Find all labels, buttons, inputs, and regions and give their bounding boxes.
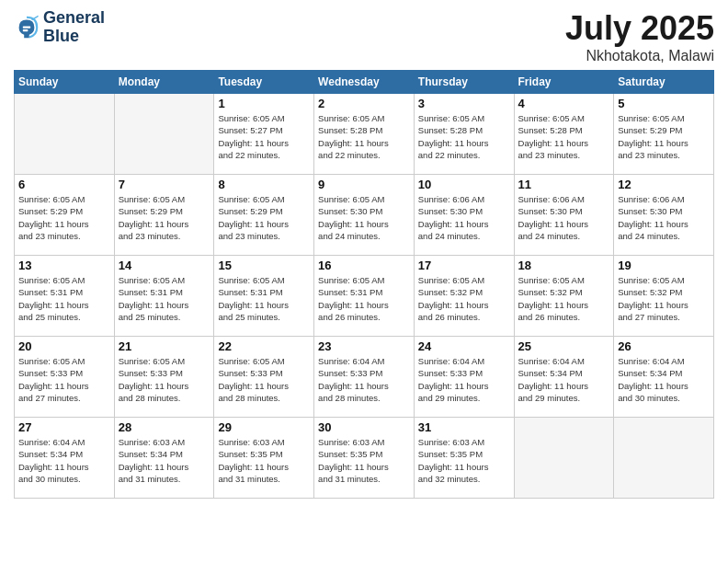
day-number: 12 xyxy=(618,178,710,191)
day-info: Sunrise: 6:05 AM Sunset: 5:31 PM Dayligh… xyxy=(318,274,410,323)
calendar-cell: 20Sunrise: 6:05 AM Sunset: 5:33 PM Dayli… xyxy=(15,337,115,418)
calendar-cell: 3Sunrise: 6:05 AM Sunset: 5:28 PM Daylig… xyxy=(414,94,514,175)
day-info: Sunrise: 6:04 AM Sunset: 5:33 PM Dayligh… xyxy=(318,355,410,404)
day-number: 15 xyxy=(218,259,310,272)
day-info: Sunrise: 6:05 AM Sunset: 5:29 PM Dayligh… xyxy=(218,193,310,242)
calendar-cell: 4Sunrise: 6:05 AM Sunset: 5:28 PM Daylig… xyxy=(514,94,614,175)
calendar-cell xyxy=(15,94,115,175)
calendar-week-2: 13Sunrise: 6:05 AM Sunset: 5:31 PM Dayli… xyxy=(15,256,714,337)
day-number: 21 xyxy=(119,339,210,353)
calendar-week-1: 6Sunrise: 6:05 AM Sunset: 5:29 PM Daylig… xyxy=(15,175,714,256)
day-number: 6 xyxy=(18,178,110,191)
calendar-cell: 29Sunrise: 6:03 AM Sunset: 5:35 PM Dayli… xyxy=(214,418,314,499)
day-number: 19 xyxy=(618,259,710,272)
day-info: Sunrise: 6:05 AM Sunset: 5:29 PM Dayligh… xyxy=(18,193,110,242)
calendar-cell: 26Sunrise: 6:04 AM Sunset: 5:34 PM Dayli… xyxy=(614,337,714,418)
day-info: Sunrise: 6:06 AM Sunset: 5:30 PM Dayligh… xyxy=(618,193,710,242)
day-info: Sunrise: 6:05 AM Sunset: 5:30 PM Dayligh… xyxy=(318,193,410,242)
day-number: 22 xyxy=(218,339,310,353)
calendar-cell: 22Sunrise: 6:05 AM Sunset: 5:33 PM Dayli… xyxy=(214,337,314,418)
day-number: 28 xyxy=(119,420,210,434)
calendar-cell: 10Sunrise: 6:06 AM Sunset: 5:30 PM Dayli… xyxy=(414,175,514,256)
day-info: Sunrise: 6:05 AM Sunset: 5:28 PM Dayligh… xyxy=(318,112,410,161)
col-saturday: Saturday xyxy=(614,71,714,94)
day-number: 26 xyxy=(618,339,710,353)
day-number: 3 xyxy=(418,97,510,110)
day-number: 5 xyxy=(618,97,710,110)
day-info: Sunrise: 6:04 AM Sunset: 5:34 PM Dayligh… xyxy=(18,436,110,485)
calendar-cell: 13Sunrise: 6:05 AM Sunset: 5:31 PM Dayli… xyxy=(15,256,115,337)
day-info: Sunrise: 6:06 AM Sunset: 5:30 PM Dayligh… xyxy=(518,193,610,242)
day-info: Sunrise: 6:05 AM Sunset: 5:33 PM Dayligh… xyxy=(18,355,110,404)
day-number: 31 xyxy=(418,420,510,434)
calendar-cell: 15Sunrise: 6:05 AM Sunset: 5:31 PM Dayli… xyxy=(214,256,314,337)
day-number: 4 xyxy=(518,97,610,110)
calendar-cell: 18Sunrise: 6:05 AM Sunset: 5:32 PM Dayli… xyxy=(514,256,614,337)
logo-text: General Blue xyxy=(43,9,105,46)
calendar-cell: 17Sunrise: 6:05 AM Sunset: 5:32 PM Dayli… xyxy=(414,256,514,337)
day-number: 2 xyxy=(318,97,410,110)
calendar-header-row: Sunday Monday Tuesday Wednesday Thursday… xyxy=(15,71,714,94)
day-number: 14 xyxy=(119,259,210,272)
col-sunday: Sunday xyxy=(15,71,115,94)
calendar-cell: 5Sunrise: 6:05 AM Sunset: 5:29 PM Daylig… xyxy=(614,94,714,175)
col-wednesday: Wednesday xyxy=(314,71,415,94)
header: General Blue July 2025 Nkhotakota, Malaw… xyxy=(14,9,714,64)
day-number: 17 xyxy=(418,259,510,272)
day-number: 27 xyxy=(18,420,110,434)
calendar-cell xyxy=(114,94,214,175)
calendar-cell: 12Sunrise: 6:06 AM Sunset: 5:30 PM Dayli… xyxy=(614,175,714,256)
day-number: 9 xyxy=(318,178,410,191)
day-info: Sunrise: 6:03 AM Sunset: 5:35 PM Dayligh… xyxy=(418,436,510,485)
day-info: Sunrise: 6:05 AM Sunset: 5:33 PM Dayligh… xyxy=(218,355,310,404)
day-info: Sunrise: 6:05 AM Sunset: 5:31 PM Dayligh… xyxy=(119,274,210,323)
day-number: 20 xyxy=(18,339,110,353)
day-number: 23 xyxy=(318,339,410,353)
logo-icon xyxy=(14,15,40,40)
day-info: Sunrise: 6:05 AM Sunset: 5:31 PM Dayligh… xyxy=(18,274,110,323)
col-thursday: Thursday xyxy=(414,71,514,94)
calendar-cell: 6Sunrise: 6:05 AM Sunset: 5:29 PM Daylig… xyxy=(15,175,115,256)
calendar-cell: 31Sunrise: 6:03 AM Sunset: 5:35 PM Dayli… xyxy=(414,418,514,499)
svg-rect-0 xyxy=(23,26,30,28)
calendar-cell: 16Sunrise: 6:05 AM Sunset: 5:31 PM Dayli… xyxy=(314,256,415,337)
day-info: Sunrise: 6:05 AM Sunset: 5:28 PM Dayligh… xyxy=(518,112,610,161)
calendar-table: Sunday Monday Tuesday Wednesday Thursday… xyxy=(14,70,714,499)
calendar-cell: 24Sunrise: 6:04 AM Sunset: 5:33 PM Dayli… xyxy=(414,337,514,418)
day-number: 13 xyxy=(18,259,110,272)
calendar-cell: 19Sunrise: 6:05 AM Sunset: 5:32 PM Dayli… xyxy=(614,256,714,337)
day-info: Sunrise: 6:05 AM Sunset: 5:27 PM Dayligh… xyxy=(218,112,310,161)
title-location: Nkhotakota, Malawi xyxy=(565,48,714,64)
calendar-cell: 30Sunrise: 6:03 AM Sunset: 5:35 PM Dayli… xyxy=(314,418,415,499)
page-container: General Blue July 2025 Nkhotakota, Malaw… xyxy=(0,0,728,508)
day-number: 8 xyxy=(218,178,310,191)
calendar-cell: 2Sunrise: 6:05 AM Sunset: 5:28 PM Daylig… xyxy=(314,94,415,175)
day-number: 16 xyxy=(318,259,410,272)
day-number: 24 xyxy=(418,339,510,353)
col-tuesday: Tuesday xyxy=(214,71,314,94)
calendar-cell: 7Sunrise: 6:05 AM Sunset: 5:29 PM Daylig… xyxy=(114,175,214,256)
calendar-cell: 9Sunrise: 6:05 AM Sunset: 5:30 PM Daylig… xyxy=(314,175,415,256)
day-number: 11 xyxy=(518,178,610,191)
calendar-cell xyxy=(514,418,614,499)
calendar-cell: 11Sunrise: 6:06 AM Sunset: 5:30 PM Dayli… xyxy=(514,175,614,256)
calendar-cell: 21Sunrise: 6:05 AM Sunset: 5:33 PM Dayli… xyxy=(114,337,214,418)
day-info: Sunrise: 6:05 AM Sunset: 5:31 PM Dayligh… xyxy=(218,274,310,323)
day-info: Sunrise: 6:05 AM Sunset: 5:33 PM Dayligh… xyxy=(119,355,210,404)
day-number: 30 xyxy=(318,420,410,434)
day-number: 18 xyxy=(518,259,610,272)
svg-rect-1 xyxy=(23,29,28,31)
calendar-week-0: 1Sunrise: 6:05 AM Sunset: 5:27 PM Daylig… xyxy=(15,94,714,175)
calendar-cell: 28Sunrise: 6:03 AM Sunset: 5:34 PM Dayli… xyxy=(114,418,214,499)
day-number: 10 xyxy=(418,178,510,191)
day-number: 1 xyxy=(218,97,310,110)
day-number: 29 xyxy=(218,420,310,434)
day-info: Sunrise: 6:04 AM Sunset: 5:34 PM Dayligh… xyxy=(618,355,710,404)
col-monday: Monday xyxy=(114,71,214,94)
calendar-cell: 27Sunrise: 6:04 AM Sunset: 5:34 PM Dayli… xyxy=(15,418,115,499)
calendar-cell: 25Sunrise: 6:04 AM Sunset: 5:34 PM Dayli… xyxy=(514,337,614,418)
day-info: Sunrise: 6:06 AM Sunset: 5:30 PM Dayligh… xyxy=(418,193,510,242)
col-friday: Friday xyxy=(514,71,614,94)
day-info: Sunrise: 6:03 AM Sunset: 5:34 PM Dayligh… xyxy=(119,436,210,485)
calendar-cell: 8Sunrise: 6:05 AM Sunset: 5:29 PM Daylig… xyxy=(214,175,314,256)
